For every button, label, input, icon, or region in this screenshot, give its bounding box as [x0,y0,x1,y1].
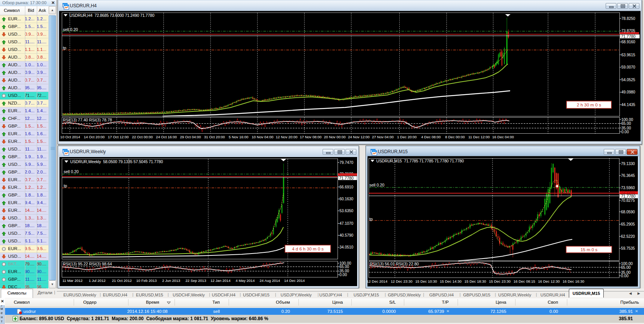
svg-text:17 Oct 12:00: 17 Oct 12:00 [108,135,128,139]
svg-text:79.7470: 79.7470 [339,160,354,165]
svg-text:8 Dec 00:00: 8 Dec 00:00 [445,135,465,139]
svg-text:2 Jun 2013: 2 Jun 2013 [162,278,180,283]
svg-text:100.00: 100.00 [621,118,633,122]
svg-text:11 Dec 12:00: 11 Dec 12:00 [468,135,490,139]
svg-text:17 Nov 08:00: 17 Nov 08:00 [300,135,322,139]
svg-text:65.00: 65.00 [621,121,631,126]
svg-text:53.6350: 53.6350 [339,209,354,213]
svg-text:1 Dec 20:00: 1 Dec 20:00 [397,135,417,139]
svg-text:12 Jan 2014: 12 Jan 2014 [211,278,231,283]
svg-text:73.5960: 73.5960 [621,186,635,190]
svg-text:4 d 6 h 30 m 0 s: 4 d 6 h 30 m 0 s [292,247,324,251]
svg-text:12 Dec 2014: 12 Dec 2014 [367,279,387,283]
svg-text:4 Dec 08:00: 4 Dec 08:00 [421,135,441,139]
svg-text:10 Nov 04:00: 10 Nov 04:00 [252,135,273,139]
svg-text:12 Dec 23:30: 12 Dec 23:30 [391,279,413,283]
svg-text:21 Oct 2012: 21 Oct 2012 [112,278,132,283]
svg-text:2 h 30 m 0 s: 2 h 30 m 0 s [577,103,601,107]
svg-text:24 Nov 12:00: 24 Nov 12:00 [348,135,370,139]
svg-text:USDRUR,H4 72.8685 73.6000 71.: USDRUR,H4 72.8685 73.6000 71.2490 71.778… [69,13,155,18]
svg-text:0.00: 0.00 [621,130,629,134]
svg-text:60.1630: 60.1630 [339,197,354,201]
svg-text:65.2905: 65.2905 [621,222,635,226]
svg-text:49.0980: 49.0980 [621,90,636,94]
svg-text:15 m 0 s: 15 m 0 s [580,247,597,252]
svg-text:79.1330: 79.1330 [621,162,635,166]
svg-text:USDRUR,Weekly 58.0500 79.1335: USDRUR,Weekly 58.0500 79.1335 57.5045 71… [70,159,163,164]
svg-text:68.0590: 68.0590 [621,210,635,214]
svg-text:59.0070: 59.0070 [621,65,636,69]
svg-text:RSI(13) 56.01 RSI(3) 22.80: RSI(13) 56.01 RSI(3) 22.80 [370,262,419,266]
svg-text:tp: tp [64,183,67,188]
svg-text:27 Nov 04:00: 27 Nov 04:00 [372,135,394,139]
svg-text:15 Dec 10:30: 15 Dec 10:30 [415,279,437,283]
svg-text:68.9160: 68.9160 [621,40,636,44]
svg-text:31 Oct 20:00: 31 Oct 20:00 [204,135,225,139]
svg-text:71.7780: 71.7780 [339,176,354,180]
svg-text:16 Dec 16:30: 16 Dec 16:30 [563,279,585,283]
svg-text:4 May 2014: 4 May 2014 [236,278,255,283]
svg-text:29 Oct 04:00: 29 Oct 04:00 [180,135,201,139]
svg-text:12 Nov 20:00: 12 Nov 20:00 [276,135,298,139]
svg-text:65.00: 65.00 [621,265,631,270]
svg-text:0.00: 0.00 [339,273,347,277]
svg-text:sell 0.20: sell 0.20 [369,183,384,187]
svg-text:16 Dec 12:30: 16 Dec 12:30 [538,279,560,283]
svg-text:14 Oct 20:00: 14 Oct 20:00 [84,135,104,139]
svg-text:70.8275: 70.8275 [621,198,635,203]
svg-text:15 Dec 23:30: 15 Dec 23:30 [489,279,511,283]
svg-text:5 Nov 16:00: 5 Nov 16:00 [229,135,248,139]
svg-text:10 Oct 2014: 10 Oct 2014 [60,135,80,139]
svg-text:15 Dec 18:30: 15 Dec 18:30 [464,279,486,283]
svg-text:15 Dec 14:30: 15 Dec 14:30 [440,279,462,283]
svg-text:65.00: 65.00 [339,265,349,269]
svg-text:20 Nov 00:00: 20 Nov 00:00 [324,135,346,139]
svg-text:22 Sep 2013: 22 Sep 2013 [186,278,206,283]
svg-text:16 Dec 08:15: 16 Dec 08:15 [514,279,535,283]
svg-text:63.9615: 63.9615 [621,53,636,57]
svg-text:76.3645: 76.3645 [621,173,635,178]
svg-text:tp: tp [63,46,66,50]
svg-text:16 Dec 04:00: 16 Dec 04:00 [492,135,514,139]
svg-text:71.7780: 71.7780 [621,194,636,198]
svg-text:24 Aug 2014: 24 Aug 2014 [260,278,280,283]
svg-text:1 Jul 2012: 1 Jul 2012 [89,278,105,283]
svg-text:34.0510: 34.0510 [339,245,354,249]
svg-text:78.8250: 78.8250 [621,16,636,21]
svg-text:RSI(13) 77.40 RSI(3) 78.78: RSI(13) 77.40 RSI(3) 78.78 [63,118,112,122]
svg-text:22 Oct 00:00: 22 Oct 00:00 [132,135,153,139]
svg-text:sell 0.20: sell 0.20 [63,27,78,32]
svg-text:66.6910: 66.6910 [339,185,354,189]
svg-text:24 Oct 16:00: 24 Oct 16:00 [156,135,177,139]
svg-text:14 Dec 2014: 14 Dec 2014 [284,278,305,283]
svg-text:tp: tp [369,217,373,221]
svg-text:71.7780: 71.7780 [621,34,636,39]
svg-text:sell 0.20: sell 0.20 [64,169,79,174]
svg-text:62.5220: 62.5220 [621,234,635,239]
svg-text:44.1435: 44.1435 [621,103,636,107]
svg-text:54.0525: 54.0525 [621,78,636,82]
svg-text:11 Mar 2012: 11 Mar 2012 [63,278,83,283]
svg-text:40.5790: 40.5790 [339,233,354,237]
svg-text:59.7535: 59.7535 [621,246,635,250]
svg-text:47.1070: 47.1070 [339,221,354,226]
svg-text:USDRUR,M15 71.7785 71.7785 71: USDRUR,M15 71.7785 71.7785 71.7780 71.77… [376,159,464,163]
svg-text:10 Feb 2013: 10 Feb 2013 [136,278,156,283]
svg-text:RSI(13) 95.22 RSI(3) 98.64: RSI(13) 95.22 RSI(3) 98.64 [63,262,112,266]
svg-text:0.00: 0.00 [621,274,629,278]
